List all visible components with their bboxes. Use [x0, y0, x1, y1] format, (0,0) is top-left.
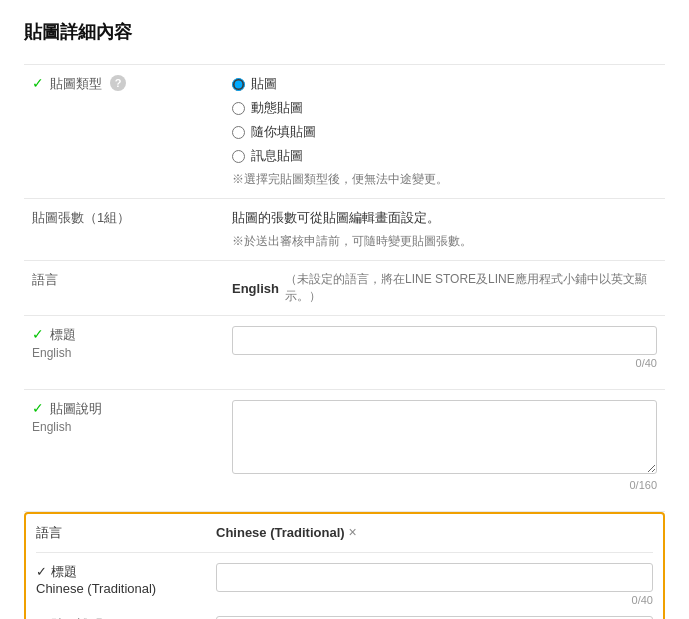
sticker-count-content: 貼圖的張數可從貼圖編輯畫面設定。 ※於送出審核申請前，可隨時變更貼圖張數。 — [224, 199, 665, 261]
lang-english-note: （未設定的語言，將在LINE STORE及LINE應用程式小鋪中以英文顯示。） — [285, 271, 657, 305]
sticker-type-help-icon[interactable]: ? — [110, 75, 126, 91]
radio-animation[interactable] — [232, 102, 245, 115]
radio-custom[interactable] — [232, 126, 245, 139]
sticker-type-label: ✓ 貼圖類型 ? — [32, 75, 216, 93]
lang-chinese-content-part: Chinese (Traditional) × — [216, 524, 653, 542]
title-english-label: 標題 — [50, 326, 76, 344]
description-english-textarea[interactable] — [232, 400, 657, 474]
sticker-count-row: 貼圖張數（1組） 貼圖的張數可從貼圖編輯畫面設定。 ※於送出審核申請前，可隨時變… — [24, 199, 665, 261]
title-chinese-check-label: ✓ 標題 — [36, 563, 204, 581]
form-table: ✓ 貼圖類型 ? 貼圖 動態貼圖 隨 — [24, 64, 665, 619]
title-chinese-sublabel: Chinese (Traditional) — [36, 581, 156, 596]
lang-english-name: English — [232, 281, 279, 296]
lang-chinese-label-part: 語言 — [36, 524, 216, 542]
check-icon-title-english: ✓ — [32, 326, 44, 342]
page-title: 貼圖詳細內容 — [24, 20, 665, 44]
chinese-highlighted-section: 語言 Chinese (Traditional) × — [24, 512, 665, 619]
title-english-row: ✓ 標題 English 0/40 — [24, 316, 665, 390]
radio-row-message: 訊息貼圖 — [232, 147, 657, 165]
radio-message-label: 訊息貼圖 — [251, 147, 303, 165]
sticker-type-row: ✓ 貼圖類型 ? 貼圖 動態貼圖 隨 — [24, 65, 665, 199]
title-chinese-char-count: 0/40 — [216, 594, 653, 606]
title-chinese-inner-row: ✓ 標題 Chinese (Traditional) 0/40 — [36, 563, 653, 606]
language-chinese-section-row: 語言 Chinese (Traditional) × — [24, 512, 665, 620]
description-english-sublabel: English — [32, 420, 216, 434]
title-english-label-cell: ✓ 標題 English — [24, 316, 224, 390]
language-english-row-content: English （未設定的語言，將在LINE STORE及LINE應用程式小鋪中… — [232, 271, 657, 305]
title-english-sublabel: English — [32, 346, 216, 360]
lang-chinese-inner-row: 語言 Chinese (Traditional) × — [36, 524, 653, 553]
lang-chinese-close-button[interactable]: × — [349, 524, 357, 540]
sticker-type-content: 貼圖 動態貼圖 隨你填貼圖 訊息貼圖 ※選擇完貼圖類型後，便無 — [224, 65, 665, 199]
language-english-row: 語言 English （未設定的語言，將在LINE STORE及LINE應用程式… — [24, 261, 665, 316]
language-english-content: English （未設定的語言，將在LINE STORE及LINE應用程式小鋪中… — [224, 261, 665, 316]
title-english-input-group: 0/40 — [232, 326, 657, 369]
radio-sticker[interactable] — [232, 78, 245, 91]
description-english-char-count: 0/160 — [232, 479, 657, 491]
radio-sticker-label: 貼圖 — [251, 75, 277, 93]
title-english-content: 0/40 — [224, 316, 665, 390]
check-icon-desc-english: ✓ — [32, 400, 44, 416]
title-english-char-count: 0/40 — [232, 357, 657, 369]
sticker-type-radio-group: 貼圖 動態貼圖 隨你填貼圖 訊息貼圖 — [232, 75, 657, 165]
description-english-label: 貼圖說明 — [50, 400, 102, 418]
check-icon-sticker-type: ✓ — [32, 75, 44, 91]
language-english-label-cell: 語言 — [24, 261, 224, 316]
radio-animation-label: 動態貼圖 — [251, 99, 303, 117]
title-english-input[interactable] — [232, 326, 657, 355]
language-english-label: 語言 — [32, 272, 58, 287]
lang-chinese-name: Chinese (Traditional) — [216, 525, 345, 540]
title-chinese-label-part: ✓ 標題 Chinese (Traditional) — [36, 563, 216, 606]
title-english-check-label: ✓ 標題 — [32, 326, 216, 344]
title-chinese-label: 標題 — [51, 564, 77, 579]
description-english-row: ✓ 貼圖說明 English 0/160 — [24, 390, 665, 512]
radio-row-custom: 隨你填貼圖 — [232, 123, 657, 141]
radio-row-sticker: 貼圖 — [232, 75, 657, 93]
sticker-type-note: ※選擇完貼圖類型後，便無法中途變更。 — [232, 171, 657, 188]
sticker-count-label: 貼圖張數（1組） — [32, 210, 130, 225]
radio-row-animation: 動態貼圖 — [232, 99, 657, 117]
description-english-content: 0/160 — [224, 390, 665, 512]
title-chinese-input[interactable] — [216, 563, 653, 592]
lang-chinese-tag: Chinese (Traditional) × — [216, 524, 653, 540]
sticker-count-description: 貼圖的張數可從貼圖編輯畫面設定。 — [232, 209, 657, 227]
radio-custom-label: 隨你填貼圖 — [251, 123, 316, 141]
chinese-section-td: 語言 Chinese (Traditional) × — [24, 512, 665, 620]
sticker-count-label-cell: 貼圖張數（1組） — [24, 199, 224, 261]
radio-message[interactable] — [232, 150, 245, 163]
check-icon-title-chinese: ✓ — [36, 564, 47, 579]
title-chinese-content-part: 0/40 — [216, 563, 653, 606]
sticker-type-label-cell: ✓ 貼圖類型 ? — [24, 65, 224, 199]
description-english-input-group: 0/160 — [232, 400, 657, 491]
sticker-count-note: ※於送出審核申請前，可隨時變更貼圖張數。 — [232, 233, 657, 250]
sticker-type-text: 貼圖類型 — [50, 75, 102, 93]
description-english-label-cell: ✓ 貼圖說明 English — [24, 390, 224, 512]
description-english-check-label: ✓ 貼圖說明 — [32, 400, 216, 418]
page-container: 貼圖詳細內容 ✓ 貼圖類型 ? 貼圖 動態貼圖 — [0, 0, 689, 619]
lang-chinese-label: 語言 — [36, 525, 62, 540]
